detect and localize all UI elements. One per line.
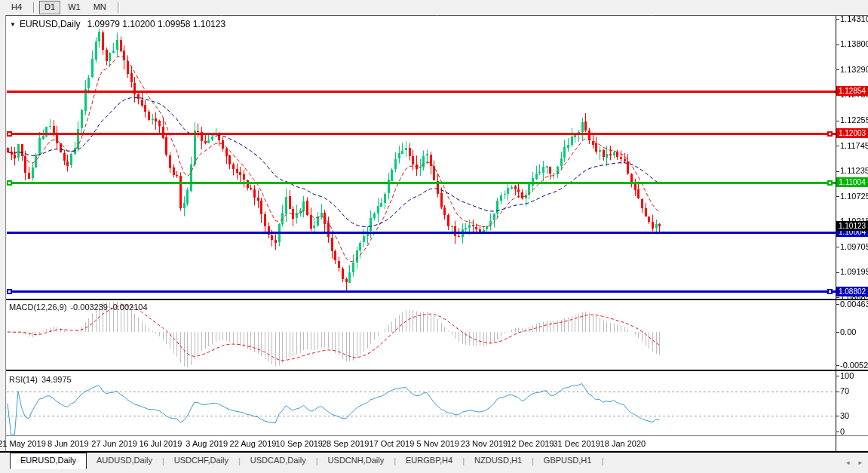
macd-name: MACD(12,26,9) <box>9 303 66 312</box>
chart-tab-gbpusd-h1[interactable]: GBPUSD,H1 <box>534 453 602 468</box>
chart-tab-usdcad-daily[interactable]: USDCAD,Daily <box>241 453 316 468</box>
date-axis-label: 16 Jul 2019 <box>139 439 182 448</box>
macd-axis-tick: 0.00 <box>840 328 856 336</box>
price-axis-tick: 1.13800 <box>840 40 868 48</box>
chart-tab-eurusd-daily[interactable]: EURUSD,Daily <box>10 453 87 469</box>
price-tag-1-11004: 1.11004 <box>836 177 868 187</box>
macd-values: -0.003239 -0.002104 <box>70 303 147 312</box>
macd-axis-tick: 0.00463 <box>840 300 868 309</box>
date-axis-label: 27 Jun 2019 <box>91 439 137 448</box>
timeframe-button-w1[interactable]: W1 <box>63 1 86 14</box>
rsi-axis-tick: 30 <box>840 412 849 420</box>
date-axis-label: 10 Sep 2019 <box>276 439 323 448</box>
current-price-tag: 1.10123 <box>836 221 868 231</box>
timeframe-button-d1[interactable]: D1 <box>39 1 60 14</box>
chart-tab-usdchf-daily[interactable]: USDCHF,Daily <box>164 453 238 468</box>
date-axis-label: 17 Oct 2019 <box>369 439 414 448</box>
rsi-value: 34.9975 <box>41 375 72 384</box>
price-axis-tick: 1.11745 <box>840 142 868 150</box>
date-axis-label: 21 May 2019 <box>0 439 46 448</box>
date-axis-label: 8 Jun 2019 <box>48 439 88 448</box>
rsi-name: RSI(14) <box>9 375 38 384</box>
window-left-edge <box>0 15 6 451</box>
toolbar-separator <box>118 2 120 13</box>
macd-label: MACD(12,26,9)-0.003239 -0.002104 <box>9 303 148 312</box>
macd-axis-tick: -0.005299 <box>840 361 868 370</box>
tab-scroll-right-button[interactable]: ▸ <box>858 458 862 467</box>
price-axis-tick: 1.11235 <box>840 167 868 175</box>
chart-tab-usdcnh-daily[interactable]: USDCNH,Daily <box>318 453 394 468</box>
price-tag-1-12003: 1.12003 <box>836 128 868 138</box>
price-axis-tick: 1.13290 <box>840 66 868 74</box>
price-axis-tick: 1.12255 <box>840 116 868 124</box>
rsi-axis-tick: 70 <box>840 387 849 395</box>
mt4-window: H4D1W1MN ▼EURUSD,Daily1.09979 1.10200 1.… <box>0 0 868 473</box>
date-axis-label: 28 Sep 2019 <box>322 439 369 448</box>
tab-scroll-buttons: ◂ ▸ <box>846 458 862 467</box>
date-axis-label: 23 Nov 2019 <box>461 439 508 448</box>
chart-tab-audusd-daily[interactable]: AUDUSD,Daily <box>87 453 162 468</box>
chart-tab-bar: EURUSD,DailyAUDUSD,Daily|USDCHF,Daily|US… <box>0 451 868 473</box>
timeframe-button-mn[interactable]: MN <box>88 1 112 14</box>
date-axis-label: 18 Jan 2020 <box>600 439 646 448</box>
date-axis-label: 5 Nov 2019 <box>417 439 459 448</box>
tab-divider: | <box>601 453 603 468</box>
date-axis-label: 12 Dec 2019 <box>507 439 554 448</box>
price-axis-tick: 1.14310 <box>840 15 868 23</box>
rsi-axis-tick: 0 <box>840 428 845 436</box>
price-axis-tick: 1.10725 <box>840 192 868 201</box>
timeframe-toolbar: H4D1W1MN <box>0 0 868 15</box>
price-tag-1-12854: 1.12854 <box>836 86 868 96</box>
price-chart-canvas[interactable] <box>0 0 868 473</box>
date-axis-label: 3 Aug 2019 <box>186 439 228 448</box>
chart-tab-eurgbp-h4[interactable]: EURGBP,H4 <box>396 453 462 468</box>
chart-tab-nzdusd-h1[interactable]: NZDUSD,H1 <box>465 453 532 468</box>
price-axis-tick: 1.09705 <box>840 243 868 251</box>
tab-scroll-left-button[interactable]: ◂ <box>846 458 850 467</box>
rsi-label: RSI(14)34.9975 <box>9 375 72 384</box>
date-axis-label: 22 Aug 2019 <box>230 439 277 448</box>
date-axis-label: 31 Dec 2019 <box>553 439 600 448</box>
timeframe-button-h4[interactable]: H4 <box>6 1 27 14</box>
price-tag-1-08802: 1.08802 <box>836 287 868 296</box>
rsi-axis-tick: 100 <box>840 372 854 380</box>
toolbar-separator <box>33 2 35 13</box>
price-axis-tick: 1.09195 <box>840 268 868 276</box>
